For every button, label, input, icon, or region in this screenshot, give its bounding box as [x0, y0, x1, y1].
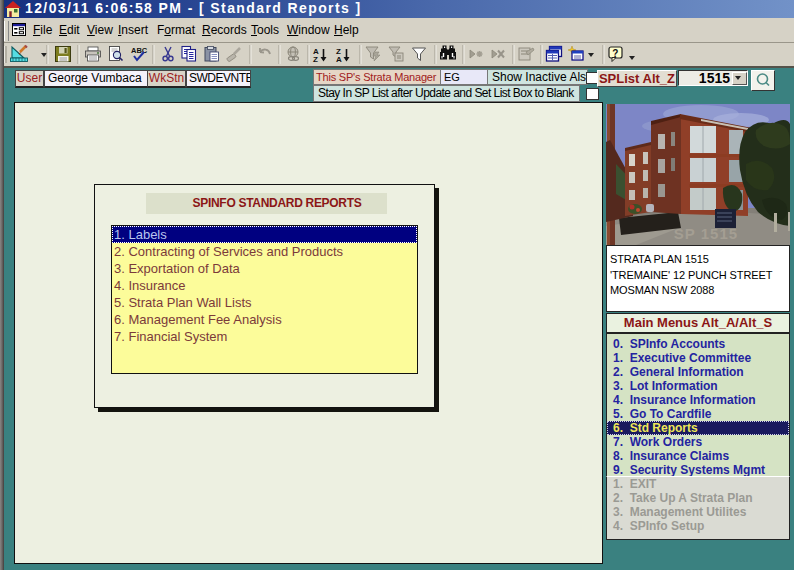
svg-text:SP 1515: SP 1515: [674, 225, 738, 242]
